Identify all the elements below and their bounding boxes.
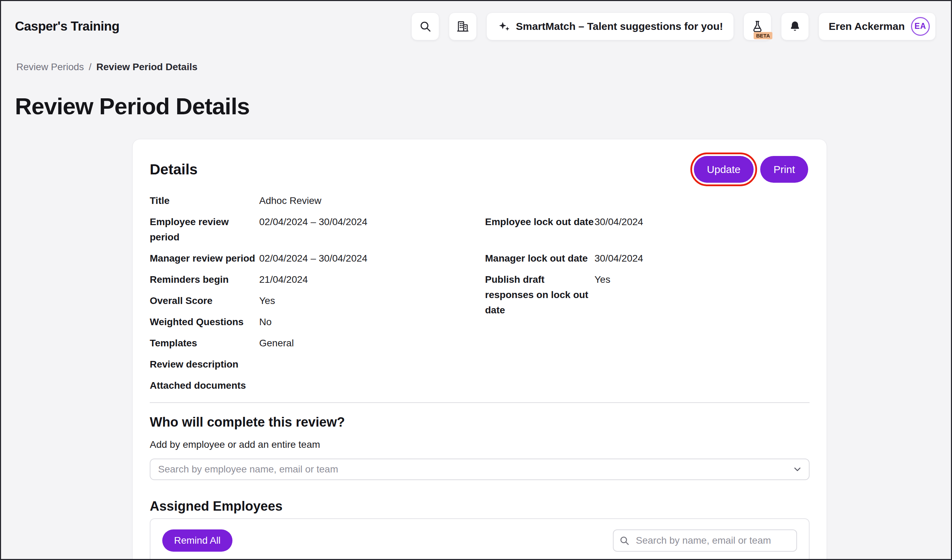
field-label-employee-lock-out-date: Employee lock out date [485, 214, 595, 245]
details-heading: Details [150, 160, 198, 179]
breadcrumb-review-periods[interactable]: Review Periods [16, 61, 84, 73]
field-value-manager-lock-out-date: 30/04/2024 [595, 251, 810, 266]
who-subtext: Add by employee or add an entire team [150, 439, 810, 450]
assigned-employees-panel: Remind All [150, 518, 810, 560]
remind-all-button[interactable]: Remind All [162, 529, 232, 552]
field-value-attached-documents [259, 378, 485, 393]
field-label-review-description: Review description [150, 357, 259, 372]
user-name: Eren Ackerman [829, 20, 905, 32]
bell-icon [789, 20, 801, 32]
field-value-reminders-begin: 21/04/2024 [259, 272, 485, 287]
field-value-employee-review-period: 02/04/2024 – 30/04/2024 [259, 214, 485, 245]
search-button[interactable] [411, 12, 439, 40]
field-value-templates: General [259, 336, 485, 351]
card-header: Details Update Print [150, 156, 810, 183]
card-actions: Update Print [694, 156, 810, 183]
field-label-manager-review-period: Manager review period [150, 251, 259, 266]
sparkle-icon [497, 20, 510, 33]
breadcrumb: Review Periods / Review Period Details [16, 61, 951, 73]
who-heading: Who will complete this review? [150, 414, 810, 430]
field-label-weighted-questions: Weighted Questions [150, 315, 259, 330]
assigned-search [613, 529, 797, 552]
field-value-manager-review-period: 02/04/2024 – 30/04/2024 [259, 251, 485, 266]
field-label-title: Title [150, 193, 259, 208]
flask-icon [751, 20, 764, 33]
topbar: Casper's Training SmartMatch – Talent su… [1, 1, 951, 51]
update-button[interactable]: Update [694, 156, 754, 183]
field-value-review-description [259, 357, 485, 372]
building-icon [456, 20, 470, 33]
notifications-button[interactable] [781, 12, 809, 40]
search-icon [419, 20, 431, 32]
field-label-overall-score: Overall Score [150, 293, 259, 309]
avatar: EA [911, 17, 930, 36]
smartmatch-label: SmartMatch – Talent suggestions for you! [516, 20, 723, 32]
employee-team-search-input[interactable] [150, 458, 810, 480]
field-label-reminders-begin: Reminders begin [150, 272, 259, 287]
smartmatch-button[interactable]: SmartMatch – Talent suggestions for you! [487, 12, 734, 40]
assigned-search-input[interactable] [613, 529, 797, 552]
field-value-weighted-questions: No [259, 315, 485, 330]
beta-badge: BETA [754, 32, 773, 39]
search-icon [619, 535, 630, 546]
topbar-actions: SmartMatch – Talent suggestions for you!… [411, 12, 936, 40]
print-button[interactable]: Print [760, 156, 808, 183]
assigned-employees-heading: Assigned Employees [150, 498, 810, 514]
details-card: Details Update Print Title Adhoc Review … [132, 139, 827, 560]
details-grid: Title Adhoc Review Employee review perio… [150, 193, 810, 393]
field-value-publish-draft: Yes [595, 272, 810, 287]
app-title: Casper's Training [15, 19, 119, 34]
labs-button[interactable]: BETA [743, 12, 771, 40]
company-button[interactable] [449, 12, 477, 40]
field-label-templates: Templates [150, 336, 259, 351]
field-label-manager-lock-out-date: Manager lock out date [485, 251, 595, 266]
field-value-overall-score: Yes [259, 293, 485, 309]
chevron-down-icon[interactable] [792, 464, 803, 475]
section-divider [150, 402, 810, 403]
field-value-title: Adhoc Review [259, 193, 485, 208]
field-label-employee-review-period: Employee review period [150, 214, 259, 245]
breadcrumb-separator: / [89, 61, 92, 73]
field-label-attached-documents: Attached documents [150, 378, 259, 393]
breadcrumb-current: Review Period Details [96, 61, 197, 73]
page-title: Review Period Details [15, 93, 951, 120]
user-menu[interactable]: Eren Ackerman EA [819, 12, 936, 40]
field-label-publish-draft: Publish draft responses on lock out date [485, 272, 595, 330]
field-value-employee-lock-out-date: 30/04/2024 [595, 214, 810, 245]
employee-team-combobox [150, 458, 810, 480]
